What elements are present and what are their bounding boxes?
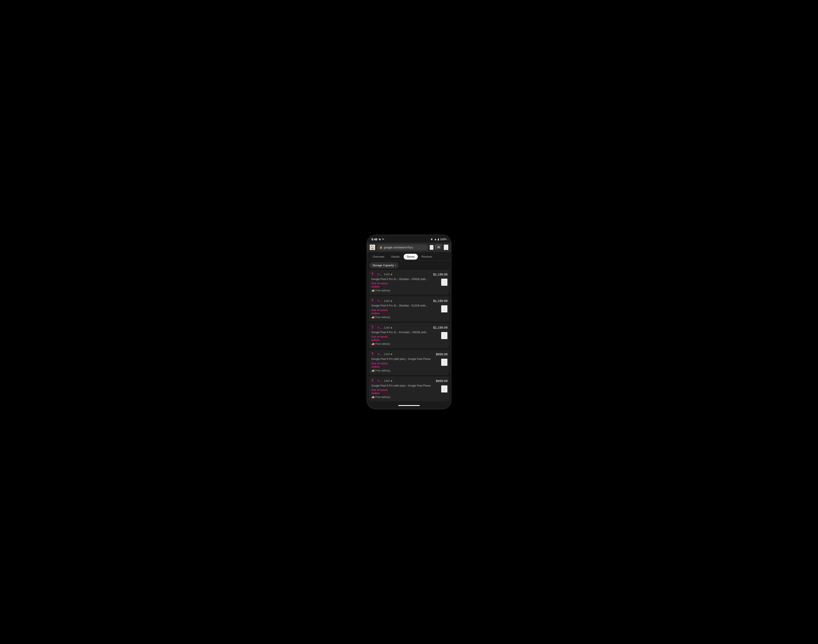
- rating-text: 3.6/5: [384, 300, 390, 303]
- stock-status: Out of stock online: [371, 335, 448, 342]
- battery-text: 100%: [440, 238, 447, 241]
- rating-text: 3.6/5: [384, 379, 390, 382]
- lock-icon: 🔒: [379, 246, 382, 249]
- battery-icon: ▮: [437, 238, 439, 241]
- tabs-button[interactable]: 35: [435, 245, 442, 250]
- card-left: T̀ T-... 3.6/5 ★: [371, 326, 433, 330]
- stock-status: Out of stock online: [371, 308, 448, 315]
- delivery-truck-icon: 🚚: [371, 289, 374, 292]
- delivery-truck-icon: 🚚: [371, 342, 374, 345]
- more-options-button[interactable]: ⋮: [441, 305, 448, 313]
- delivery-info: 🚚 Free delivery: [371, 342, 448, 345]
- product-list: T̀ T-... 3.6/5 ★ $1,199.99 Google Pixel …: [367, 270, 451, 402]
- store-logo-icon: T̀: [371, 299, 376, 303]
- product-card[interactable]: T̀ T-... 3.6/5 ★ $999.99 Google Pixel 9 …: [369, 350, 449, 375]
- url-bar[interactable]: 🔒 google.com/search?q=|: [377, 244, 428, 250]
- star-icon: ★: [390, 300, 393, 303]
- product-price: $1,199.99: [433, 273, 448, 276]
- delivery-info: 🚚 Free delivery: [371, 369, 448, 372]
- card-left: T̀ T-... 3.6/5 ★: [371, 379, 436, 383]
- delivery-text: Free delivery: [375, 289, 390, 292]
- delivery-text: Free delivery: [375, 369, 390, 372]
- phone-frame: 9:48 W ✉ ▼ ▲ ▮ 100% 🏠 🔒 google.com/searc…: [367, 235, 451, 409]
- notification-w-icon: W: [379, 238, 381, 241]
- more-menu-button[interactable]: ⋮: [444, 244, 448, 250]
- rating-section: 3.6/5 ★: [384, 300, 393, 303]
- store-logo-icon: T̀: [371, 326, 376, 330]
- rating-section: 3.6/5 ★: [384, 379, 393, 382]
- delivery-info: 🚚 Free delivery: [371, 316, 448, 319]
- store-name: T-...: [378, 326, 382, 329]
- star-icon: ★: [390, 273, 393, 276]
- store-name: T-...: [378, 299, 382, 303]
- filter-bar: Storage Capacity ▾: [367, 261, 451, 270]
- chevron-down-icon: ▾: [395, 264, 396, 267]
- bookmark-button[interactable]: ☆: [430, 245, 434, 250]
- rating-text: 3.6/5: [384, 353, 390, 356]
- tab-details[interactable]: Details: [388, 254, 403, 259]
- product-description: Google Pixel 9 Pro XL - Obsidian - 512GB…: [371, 304, 448, 308]
- status-icons: ▼ ▲ ▮ 100%: [430, 238, 447, 241]
- delivery-info: 🚚 Free delivery: [371, 289, 448, 292]
- product-price: $1,199.99: [433, 326, 448, 329]
- card-header: T̀ T-... 3.6/5 ★ $999.99: [371, 352, 448, 356]
- delivery-text: Free delivery: [375, 316, 390, 319]
- home-button[interactable]: 🏠: [370, 244, 375, 250]
- more-options-button[interactable]: ⋮: [441, 332, 448, 339]
- star-icon: ★: [390, 379, 393, 382]
- url-text: google.com/search?q=|: [384, 246, 425, 249]
- browser-chrome: 🏠 🔒 google.com/search?q=| ☆ 35 ⋮: [367, 243, 451, 252]
- store-name: T-...: [378, 353, 382, 356]
- notification-mail-icon: ✉: [382, 238, 384, 241]
- store-logo-icon: T̀: [371, 273, 376, 277]
- nav-tabs: Overview Details Stores Reviews: [367, 252, 451, 261]
- product-description: Google Pixel 9 Pro XL - Porcelain - 256G…: [371, 331, 448, 334]
- rating-section: 3.6/5 ★: [384, 326, 393, 329]
- delivery-text: Free delivery: [375, 342, 390, 345]
- more-options-button[interactable]: ⋮: [441, 279, 448, 286]
- delivery-truck-icon: 🚚: [371, 396, 374, 399]
- store-name: T-...: [378, 273, 382, 276]
- product-card[interactable]: T̀ T-... 3.6/5 ★ $1,199.99 Google Pixel …: [369, 270, 449, 295]
- delivery-text: Free delivery: [375, 396, 390, 399]
- stock-status: Out of stock online: [371, 362, 448, 368]
- rating-section: 3.6/5 ★: [384, 273, 393, 276]
- product-card[interactable]: T̀ T-... 3.6/5 ★ $1,199.99 Google Pixel …: [369, 323, 449, 348]
- tab-stores[interactable]: Stores: [404, 254, 418, 259]
- status-left: 9:48 W ✉: [371, 238, 384, 241]
- product-description: Google Pixel 9 Pro (with plan) - Google …: [371, 357, 448, 361]
- rating-text: 3.6/5: [384, 273, 390, 276]
- product-card[interactable]: T̀ T-... 3.6/5 ★ $1,199.99 Google Pixel …: [369, 296, 449, 321]
- product-price: $1,199.99: [433, 299, 448, 303]
- stock-status: Out of stock online: [371, 388, 448, 395]
- storage-capacity-filter[interactable]: Storage Capacity ▾: [370, 262, 399, 268]
- product-card[interactable]: T̀ T-... 3.6/5 ★ $999.99 Google Pixel 9 …: [369, 376, 449, 402]
- home-indicator: [398, 405, 420, 406]
- tab-overview[interactable]: Overview: [370, 254, 387, 259]
- signal-icon: ▲: [434, 238, 437, 241]
- nav-bar: [367, 403, 451, 409]
- delivery-truck-icon: 🚚: [371, 316, 374, 319]
- card-header: T̀ T-... 3.6/5 ★ $999.99: [371, 379, 448, 383]
- card-header: T̀ T-... 3.6/5 ★ $1,199.99: [371, 326, 448, 330]
- status-bar: 9:48 W ✉ ▼ ▲ ▮ 100%: [367, 235, 451, 243]
- more-options-button[interactable]: ⋮: [441, 359, 448, 366]
- card-header: T̀ T-... 3.6/5 ★ $1,199.99: [371, 273, 448, 277]
- star-icon: ★: [390, 353, 393, 356]
- browser-toolbar: 🏠 🔒 google.com/search?q=| ☆ 35 ⋮: [370, 244, 448, 250]
- card-header: T̀ T-... 3.6/5 ★ $1,199.99: [371, 299, 448, 303]
- product-price: $999.99: [436, 352, 448, 356]
- delivery-truck-icon: 🚚: [371, 369, 374, 372]
- delivery-info: 🚚 Free delivery: [371, 396, 448, 399]
- store-name: T-...: [378, 379, 382, 383]
- tab-reviews[interactable]: Reviews: [419, 254, 435, 259]
- more-options-button[interactable]: ⋮: [441, 385, 448, 393]
- card-left: T̀ T-... 3.6/5 ★: [371, 352, 436, 356]
- status-time: 9:48: [371, 238, 378, 241]
- wifi-icon: ▼: [430, 238, 433, 241]
- rating-section: 3.6/5 ★: [384, 353, 393, 356]
- product-price: $999.99: [436, 379, 448, 383]
- stock-status: Out of stock online: [371, 282, 448, 288]
- star-icon: ★: [390, 326, 393, 329]
- product-description: Google Pixel 9 Pro (with plan) - Google …: [371, 384, 448, 388]
